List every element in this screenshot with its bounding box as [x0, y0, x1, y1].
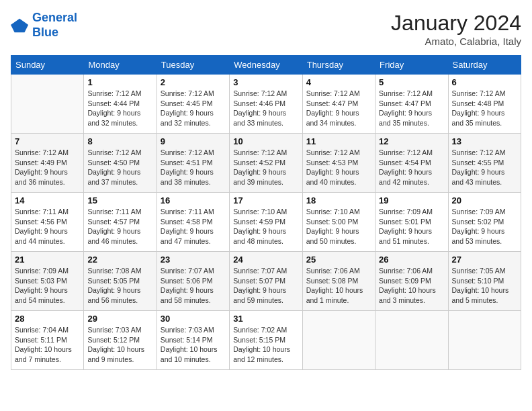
logo: General Blue: [11, 11, 77, 40]
header-saturday: Saturday: [448, 56, 521, 75]
day-cell-20: 20Sunrise: 7:09 AM Sunset: 5:02 PM Dayli…: [448, 193, 521, 252]
calendar-week-1: 1Sunrise: 7:12 AM Sunset: 4:44 PM Daylig…: [11, 75, 521, 134]
day-info: Sunrise: 7:09 AM Sunset: 5:02 PM Dayligh…: [452, 207, 517, 246]
day-cell-6: 6Sunrise: 7:12 AM Sunset: 4:48 PM Daylig…: [448, 75, 521, 134]
day-number: 19: [379, 195, 444, 205]
day-info: Sunrise: 7:12 AM Sunset: 4:55 PM Dayligh…: [452, 148, 517, 187]
header-monday: Monday: [84, 56, 157, 75]
day-cell-22: 22Sunrise: 7:08 AM Sunset: 5:05 PM Dayli…: [84, 252, 157, 311]
day-info: Sunrise: 7:11 AM Sunset: 4:57 PM Dayligh…: [87, 207, 152, 246]
day-info: Sunrise: 7:09 AM Sunset: 5:01 PM Dayligh…: [379, 207, 444, 246]
day-info: Sunrise: 7:04 AM Sunset: 5:11 PM Dayligh…: [15, 325, 80, 365]
day-cell-8: 8Sunrise: 7:12 AM Sunset: 4:50 PM Daylig…: [84, 134, 157, 193]
day-number: 12: [379, 136, 444, 146]
day-info: Sunrise: 7:12 AM Sunset: 4:51 PM Dayligh…: [161, 148, 226, 187]
empty-day: [448, 311, 521, 370]
header-tuesday: Tuesday: [157, 56, 229, 75]
calendar-table: SundayMondayTuesdayWednesdayThursdayFrid…: [11, 55, 521, 370]
day-number: 1: [87, 77, 152, 87]
day-cell-30: 30Sunrise: 7:03 AM Sunset: 5:14 PM Dayli…: [157, 311, 229, 370]
day-info: Sunrise: 7:10 AM Sunset: 4:59 PM Dayligh…: [233, 207, 298, 246]
day-number: 25: [306, 255, 371, 265]
day-number: 14: [15, 195, 80, 205]
day-cell-16: 16Sunrise: 7:11 AM Sunset: 4:58 PM Dayli…: [157, 193, 229, 252]
day-cell-7: 7Sunrise: 7:12 AM Sunset: 4:49 PM Daylig…: [11, 134, 84, 193]
day-info: Sunrise: 7:12 AM Sunset: 4:50 PM Dayligh…: [87, 148, 152, 187]
day-cell-12: 12Sunrise: 7:12 AM Sunset: 4:54 PM Dayli…: [375, 134, 448, 193]
day-number: 15: [87, 195, 152, 205]
day-number: 6: [452, 77, 517, 87]
day-number: 31: [233, 314, 298, 324]
day-cell-5: 5Sunrise: 7:12 AM Sunset: 4:47 PM Daylig…: [375, 75, 448, 134]
calendar-week-2: 7Sunrise: 7:12 AM Sunset: 4:49 PM Daylig…: [11, 134, 521, 193]
logo-text: General Blue: [32, 11, 77, 40]
day-cell-24: 24Sunrise: 7:07 AM Sunset: 5:07 PM Dayli…: [230, 252, 302, 311]
header-friday: Friday: [375, 56, 448, 75]
day-info: Sunrise: 7:07 AM Sunset: 5:07 PM Dayligh…: [233, 266, 298, 306]
day-number: 21: [15, 255, 80, 265]
day-cell-23: 23Sunrise: 7:07 AM Sunset: 5:06 PM Dayli…: [157, 252, 229, 311]
day-number: 22: [87, 255, 152, 265]
day-number: 29: [87, 314, 152, 324]
day-info: Sunrise: 7:09 AM Sunset: 5:03 PM Dayligh…: [15, 266, 80, 306]
day-number: 30: [161, 314, 226, 324]
day-number: 27: [452, 255, 517, 265]
calendar-week-4: 21Sunrise: 7:09 AM Sunset: 5:03 PM Dayli…: [11, 252, 521, 311]
title-block: January 2024 Amato, Calabria, Italy: [391, 11, 521, 47]
day-number: 2: [161, 77, 226, 87]
day-info: Sunrise: 7:12 AM Sunset: 4:53 PM Dayligh…: [306, 148, 371, 187]
day-number: 8: [87, 136, 152, 146]
day-number: 24: [233, 255, 298, 265]
day-info: Sunrise: 7:12 AM Sunset: 4:48 PM Dayligh…: [452, 89, 517, 128]
day-info: Sunrise: 7:10 AM Sunset: 5:00 PM Dayligh…: [306, 207, 371, 246]
day-number: 28: [15, 314, 80, 324]
day-cell-18: 18Sunrise: 7:10 AM Sunset: 5:00 PM Dayli…: [302, 193, 375, 252]
day-info: Sunrise: 7:12 AM Sunset: 4:54 PM Dayligh…: [379, 148, 444, 187]
header-thursday: Thursday: [302, 56, 375, 75]
day-cell-2: 2Sunrise: 7:12 AM Sunset: 4:45 PM Daylig…: [157, 75, 229, 134]
logo-icon: [11, 16, 30, 35]
calendar-header-row: SundayMondayTuesdayWednesdayThursdayFrid…: [11, 56, 521, 75]
day-number: 5: [379, 77, 444, 87]
header-sunday: Sunday: [11, 56, 84, 75]
day-number: 10: [233, 136, 298, 146]
empty-day: [302, 311, 375, 370]
day-number: 23: [161, 255, 226, 265]
day-number: 9: [161, 136, 226, 146]
day-cell-28: 28Sunrise: 7:04 AM Sunset: 5:11 PM Dayli…: [11, 311, 84, 370]
day-number: 11: [306, 136, 371, 146]
day-cell-13: 13Sunrise: 7:12 AM Sunset: 4:55 PM Dayli…: [448, 134, 521, 193]
logo-line2: Blue: [32, 26, 58, 39]
day-cell-25: 25Sunrise: 7:06 AM Sunset: 5:08 PM Dayli…: [302, 252, 375, 311]
day-info: Sunrise: 7:12 AM Sunset: 4:49 PM Dayligh…: [15, 148, 80, 187]
location-subtitle: Amato, Calabria, Italy: [391, 36, 521, 47]
day-number: 16: [161, 195, 226, 205]
day-cell-29: 29Sunrise: 7:03 AM Sunset: 5:12 PM Dayli…: [84, 311, 157, 370]
day-number: 18: [306, 195, 371, 205]
day-info: Sunrise: 7:11 AM Sunset: 4:56 PM Dayligh…: [15, 207, 80, 246]
day-cell-4: 4Sunrise: 7:12 AM Sunset: 4:47 PM Daylig…: [302, 75, 375, 134]
day-info: Sunrise: 7:12 AM Sunset: 4:45 PM Dayligh…: [161, 89, 226, 128]
day-cell-1: 1Sunrise: 7:12 AM Sunset: 4:44 PM Daylig…: [84, 75, 157, 134]
day-info: Sunrise: 7:02 AM Sunset: 5:15 PM Dayligh…: [233, 325, 298, 365]
logo-line1: General: [32, 11, 77, 24]
day-info: Sunrise: 7:11 AM Sunset: 4:58 PM Dayligh…: [161, 207, 226, 246]
day-info: Sunrise: 7:03 AM Sunset: 5:12 PM Dayligh…: [87, 325, 152, 365]
empty-day: [375, 311, 448, 370]
day-number: 3: [233, 77, 298, 87]
calendar-week-3: 14Sunrise: 7:11 AM Sunset: 4:56 PM Dayli…: [11, 193, 521, 252]
day-info: Sunrise: 7:05 AM Sunset: 5:10 PM Dayligh…: [452, 266, 517, 306]
day-cell-11: 11Sunrise: 7:12 AM Sunset: 4:53 PM Dayli…: [302, 134, 375, 193]
day-number: 13: [452, 136, 517, 146]
day-info: Sunrise: 7:12 AM Sunset: 4:46 PM Dayligh…: [233, 89, 298, 128]
header-wednesday: Wednesday: [230, 56, 302, 75]
calendar-week-5: 28Sunrise: 7:04 AM Sunset: 5:11 PM Dayli…: [11, 311, 521, 370]
day-number: 26: [379, 255, 444, 265]
day-info: Sunrise: 7:08 AM Sunset: 5:05 PM Dayligh…: [87, 266, 152, 306]
day-info: Sunrise: 7:06 AM Sunset: 5:08 PM Dayligh…: [306, 266, 371, 306]
day-cell-17: 17Sunrise: 7:10 AM Sunset: 4:59 PM Dayli…: [230, 193, 302, 252]
day-info: Sunrise: 7:03 AM Sunset: 5:14 PM Dayligh…: [161, 325, 226, 365]
day-number: 4: [306, 77, 371, 87]
day-cell-19: 19Sunrise: 7:09 AM Sunset: 5:01 PM Dayli…: [375, 193, 448, 252]
day-info: Sunrise: 7:12 AM Sunset: 4:47 PM Dayligh…: [379, 89, 444, 128]
